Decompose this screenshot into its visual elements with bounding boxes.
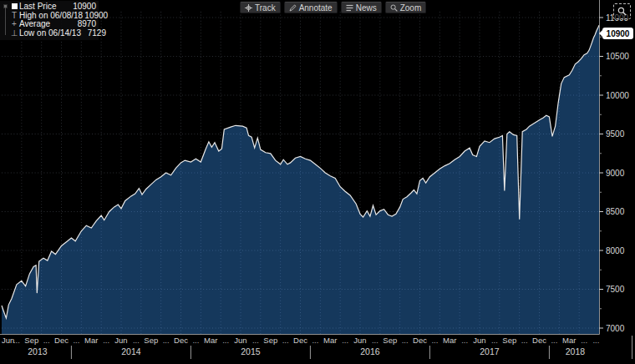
x-tick-ellipsis: ... <box>312 336 318 345</box>
price-area-fill <box>2 25 599 334</box>
legend-value: 7129 <box>81 29 106 38</box>
x-tick-ellipsis: ... <box>192 336 199 345</box>
x-tick-label: Mar <box>443 336 456 345</box>
price-chart-plot[interactable]: 700075008000850090009500100001050011000J… <box>0 0 635 364</box>
x-tick-ellipsis: ... <box>551 336 557 345</box>
x-tick-label: Jun <box>473 336 485 345</box>
x-tick-label: Mar <box>323 336 337 345</box>
year-label: 2017 <box>480 346 500 356</box>
x-tick-ellipsis: ... <box>73 336 79 345</box>
x-tick-label: Sep <box>502 336 516 345</box>
zoom-button[interactable]: Zoom <box>385 2 427 13</box>
x-tick-ellipsis: ... <box>103 336 109 345</box>
x-tick-ellipsis: ... <box>491 336 498 345</box>
x-tick-label: Dec <box>54 336 69 345</box>
y-tick-label: 9500 <box>606 129 625 139</box>
y-tick-label: 7500 <box>606 285 625 294</box>
y-tick-label: 7000 <box>606 324 625 333</box>
x-tick-label: Dec <box>174 336 188 345</box>
legend-label: Low on 06/14/13 <box>19 29 81 38</box>
year-label: 2013 <box>28 346 48 356</box>
legend-row-low: ⊥ Low on 06/14/13 7129 <box>9 29 96 38</box>
x-tick-ellipsis: ... <box>252 336 259 345</box>
low-marker-icon: ⊥ <box>9 29 19 38</box>
track-button-label: Track <box>255 3 276 13</box>
x-tick-ellipsis: ... <box>13 336 20 345</box>
x-tick-ellipsis: ... <box>43 336 50 345</box>
chart-toolbar: Track Annotate News Zoom <box>240 2 426 13</box>
last-price-badge: 10900 <box>602 28 633 39</box>
x-tick-ellipsis: ... <box>581 336 587 345</box>
x-tick-ellipsis: ... <box>521 336 528 345</box>
x-tick-label: Mar <box>204 336 217 345</box>
legend-rail <box>5 8 6 35</box>
x-tick-ellipsis: ... <box>222 336 229 345</box>
zoom-region-icon[interactable] <box>613 3 631 19</box>
year-label: 2018 <box>566 346 586 356</box>
last-price-marker-icon <box>9 3 19 11</box>
legend-value: 8970 <box>71 20 96 28</box>
x-tick-ellipsis: ... <box>592 336 599 345</box>
terminal-chart-window: 700075008000850090009500100001050011000J… <box>0 0 635 364</box>
legend-label: Last Price <box>19 3 71 11</box>
x-tick-label: Jun <box>353 336 366 345</box>
x-tick-ellipsis: ... <box>163 336 170 345</box>
year-label: 2015 <box>241 346 261 356</box>
zoom-icon <box>390 4 398 12</box>
track-icon <box>245 4 252 12</box>
chart-legend[interactable]: Last Price 10900 T High on 06/08/18 1090… <box>0 1 99 40</box>
x-tick-ellipsis: ... <box>431 336 438 345</box>
x-tick-label: Mar <box>562 336 576 345</box>
y-tick-label: 8500 <box>606 207 625 216</box>
x-tick-label: Dec <box>293 336 307 345</box>
year-label: 2016 <box>360 346 380 356</box>
x-tick-label: Sep <box>24 336 38 345</box>
x-tick-ellipsis: ... <box>133 336 140 345</box>
x-tick-ellipsis: ... <box>372 336 378 345</box>
x-tick-ellipsis: ... <box>402 336 409 345</box>
high-marker-icon: T <box>9 12 19 20</box>
legend-value: 10900 <box>83 12 108 20</box>
legend-value: 10900 <box>71 3 96 11</box>
track-button[interactable]: Track <box>240 2 281 13</box>
x-tick-label: Jun <box>114 336 127 345</box>
average-marker-icon: + <box>9 20 19 28</box>
news-button-label: News <box>356 3 377 13</box>
y-tick-label: 10500 <box>606 52 629 61</box>
x-tick-label: Mar <box>84 336 98 345</box>
zoom-button-label: Zoom <box>400 3 422 13</box>
legend-row-last-price: Last Price 10900 <box>9 3 96 12</box>
x-tick-label: Sep <box>263 336 277 345</box>
legend-label: High on 06/08/18 <box>19 12 83 20</box>
x-tick-label: Dec <box>413 336 427 345</box>
magnifier-icon <box>617 7 627 16</box>
x-tick-label: Sep <box>144 336 158 345</box>
x-tick-ellipsis: ... <box>282 336 289 345</box>
y-tick-label: 10000 <box>606 91 629 100</box>
news-button[interactable]: News <box>341 2 382 13</box>
legend-label: Average <box>19 20 71 28</box>
annotate-button-label: Annotate <box>299 3 333 13</box>
news-icon <box>346 4 353 12</box>
y-tick-label: 9000 <box>606 169 625 178</box>
x-tick-label: Dec <box>532 336 546 345</box>
x-tick-ellipsis: ... <box>342 336 348 345</box>
annotate-button[interactable]: Annotate <box>284 2 338 13</box>
legend-row-average: + Average 8970 <box>9 20 96 29</box>
y-tick-label: 8000 <box>606 246 625 255</box>
x-tick-label: Sep <box>383 336 397 345</box>
x-tick-ellipsis: ... <box>461 336 468 345</box>
x-tick-label: Jun <box>234 336 246 345</box>
year-label: 2014 <box>121 346 141 356</box>
annotate-icon <box>289 4 297 12</box>
